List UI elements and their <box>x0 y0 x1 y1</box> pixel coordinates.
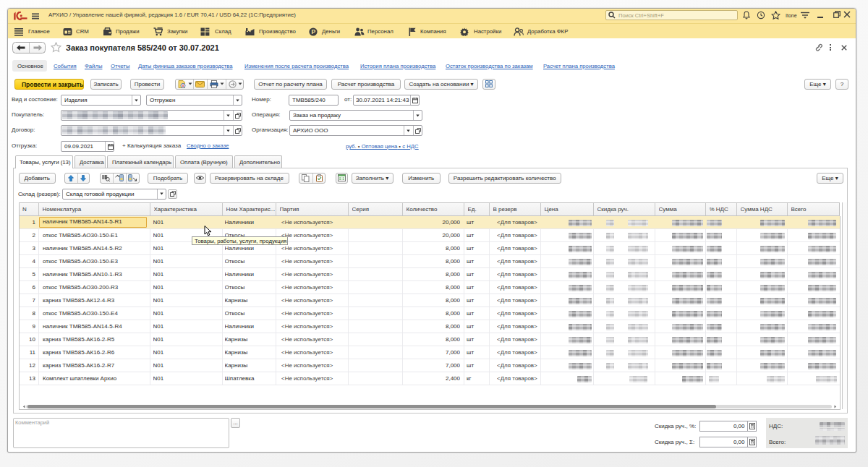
svg-text:P: P <box>311 28 315 35</box>
